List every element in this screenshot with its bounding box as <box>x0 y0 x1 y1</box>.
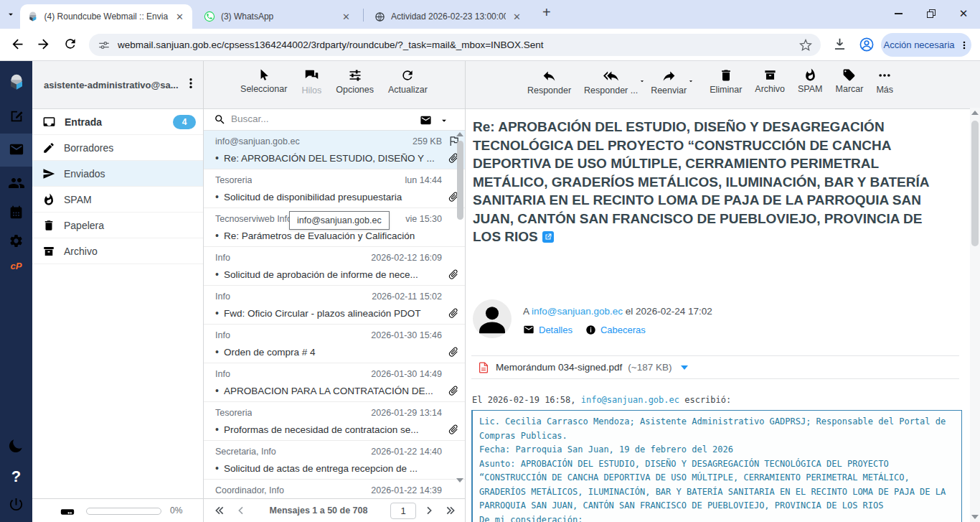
quoted-line: GRADERÍOS METÁLICOS, ILUMINACIÓN, BAR Y … <box>479 485 956 500</box>
prev-page-icon[interactable] <box>235 505 247 516</box>
search-bar[interactable]: Buscar... <box>204 109 465 131</box>
message-rows: info@sanjuan.gob.ec 259 KB •Re: APROBACI… <box>204 131 465 498</box>
headers-link[interactable]: Cabeceras <box>585 325 646 335</box>
settings-gear-icon[interactable] <box>0 233 32 248</box>
forward-icon[interactable] <box>36 37 51 52</box>
roundcube-logo-icon[interactable] <box>0 73 32 91</box>
help-icon[interactable]: ? <box>0 467 32 486</box>
list-scroll-thumb[interactable] <box>457 141 463 220</box>
message-list-item[interactable]: Tesoreria 2026-01-29 13:14 •Proformas de… <box>204 402 465 441</box>
tab-search-chevron-icon[interactable] <box>6 9 16 19</box>
folder-archivo[interactable]: Archivo <box>32 238 203 264</box>
folder-list: Entrada 4 Borradores Enviados SPAM Papel… <box>32 109 203 522</box>
next-page-icon[interactable] <box>423 505 435 516</box>
scroll-up-arrow[interactable] <box>971 111 979 115</box>
attachment-menu-caret-icon[interactable] <box>681 365 688 370</box>
select-button[interactable]: Seleccionar <box>240 68 287 95</box>
folder-papelera[interactable]: Papelera <box>32 213 203 238</box>
page-number-input[interactable] <box>390 503 416 519</box>
search-icon[interactable] <box>214 113 226 126</box>
delete-button[interactable]: Eliminar <box>710 68 742 95</box>
message-list-item[interactable]: Info 2026-02-11 15:02 •Fwd: Oficio Circu… <box>204 286 465 325</box>
scroll-down-arrow[interactable] <box>971 515 979 519</box>
message-date: 2026-01-29 13:14 <box>371 408 442 418</box>
inbox-icon <box>42 115 56 129</box>
dark-mode-moon-icon[interactable] <box>0 437 32 454</box>
browser-tab-actividad[interactable]: Actividad 2026-02-23 13:00:00 ✕ <box>367 4 529 29</box>
tab-close-icon[interactable]: ✕ <box>512 11 522 22</box>
window-minimize-button[interactable] <box>882 0 915 27</box>
message-list-item[interactable]: Secretaria, Info 2026-01-22 14:40 •Solic… <box>204 441 465 480</box>
message-date: 2026-02-11 15:02 <box>372 292 442 302</box>
profile-icon[interactable] <box>859 37 875 52</box>
folder-entrada[interactable]: Entrada 4 <box>32 109 203 135</box>
mark-button[interactable]: Marcar <box>836 68 864 95</box>
logout-power-icon[interactable] <box>0 496 32 513</box>
threads-button[interactable]: Hilos <box>301 68 321 95</box>
new-tab-button[interactable]: + <box>542 4 551 21</box>
address-bar[interactable]: webmail.sanjuan.gob.ec/cpsess1364244002/… <box>89 34 821 56</box>
message-list-item[interactable]: Info 2026-01-30 14:49 •APROBACION PARA L… <box>204 363 465 402</box>
downloads-icon[interactable] <box>832 37 847 52</box>
message-list-item[interactable]: Tesoreria lun 14:44 •Solicitud de dispon… <box>204 169 465 208</box>
reply-button[interactable]: Responder <box>527 68 571 95</box>
refresh-button[interactable]: Actualizar <box>388 68 428 95</box>
quoted-email-link[interactable]: info@sanjuan.gob.ec <box>581 395 679 405</box>
options-button[interactable]: Opciones <box>336 68 374 95</box>
folder-enviados[interactable]: Enviados <box>32 161 203 187</box>
first-page-icon[interactable] <box>214 505 225 516</box>
recipient-email-link[interactable]: info@sanjuan.gob.ec <box>532 306 623 317</box>
scroll-up-arrow[interactable] <box>456 132 463 136</box>
message-scroll-thumb[interactable] <box>971 121 979 246</box>
attachment-row[interactable]: Memorándum 034-signed.pdf (~187 KB) <box>471 355 959 379</box>
unread-dot: • <box>215 346 219 358</box>
forward-button[interactable]: Reenviar <box>651 68 687 95</box>
compose-icon[interactable] <box>0 108 32 124</box>
scroll-down-arrow[interactable] <box>456 478 463 483</box>
message-list-item[interactable]: Coordinador, Info 2026-01-22 14:39 • <box>204 480 465 498</box>
message-date: 2026-01-30 15:46 <box>371 330 442 340</box>
account-menu-kebab-icon[interactable] <box>184 77 197 90</box>
reply-all-caret-icon[interactable] <box>639 78 646 85</box>
more-button[interactable]: Más <box>876 68 893 95</box>
contacts-icon[interactable] <box>0 174 32 192</box>
calendar-icon[interactable] <box>0 205 32 220</box>
cpanel-icon[interactable]: cP <box>0 261 32 271</box>
browser-tab-whatsapp[interactable]: (3) WhatsApp ✕ <box>197 4 359 29</box>
message-list-item[interactable]: info@sanjuan.gob.ec 259 KB •Re: APROBACI… <box>204 131 465 169</box>
message-list-item[interactable]: Info 2026-02-12 16:09 •Solicitud de apro… <box>204 247 465 286</box>
site-settings-icon[interactable] <box>98 39 110 52</box>
message-date: 259 KB <box>413 136 442 146</box>
forward-caret-icon[interactable] <box>687 78 694 85</box>
attachment-name[interactable]: Memorándum 034-signed.pdf <box>496 362 622 373</box>
reload-icon[interactable] <box>63 37 77 51</box>
roundcube-favicon <box>27 11 39 22</box>
search-scope-envelope-icon[interactable] <box>420 114 432 126</box>
browser-tab-roundcube[interactable]: (4) Roundcube Webmail :: Envia ✕ <box>20 4 192 29</box>
spam-button[interactable]: SPAM <box>798 68 823 95</box>
folder-borradores[interactable]: Borradores <box>32 135 203 161</box>
sender-tooltip: info@sanjuan.gob.ec <box>289 211 390 230</box>
list-scrollbar[interactable] <box>457 132 463 483</box>
message-list-item[interactable]: Info 2026-01-30 15:46 •Orden de compra #… <box>204 325 465 363</box>
tab-close-icon[interactable]: ✕ <box>341 11 352 22</box>
bookmark-star-icon[interactable] <box>799 39 812 52</box>
unread-dot: • <box>215 424 219 435</box>
last-page-icon[interactable] <box>445 505 456 516</box>
details-link[interactable]: Detalles <box>523 324 573 335</box>
browser-menu-kebab-icon[interactable] <box>959 40 969 50</box>
folder-spam[interactable]: SPAM <box>32 187 203 213</box>
reply-all-button[interactable]: Responder ... <box>584 68 638 95</box>
window-close-button[interactable]: ✕ <box>947 0 980 27</box>
tab-close-icon[interactable]: ✕ <box>174 11 185 22</box>
message-subject: •Re: Parámetros de Evaluación y Califica… <box>215 230 435 241</box>
window-restore-button[interactable] <box>915 0 948 27</box>
back-icon[interactable] <box>10 37 25 52</box>
quoted-line: De mi consideración: <box>479 513 956 522</box>
mail-section-icon[interactable] <box>0 141 32 157</box>
external-link-icon[interactable] <box>542 231 554 243</box>
action-needed-button[interactable]: Acción necesaria <box>881 33 971 57</box>
search-options-chevron-icon[interactable] <box>439 116 449 126</box>
message-scrollbar[interactable] <box>970 108 980 522</box>
archive-button[interactable]: Archivo <box>755 68 785 95</box>
